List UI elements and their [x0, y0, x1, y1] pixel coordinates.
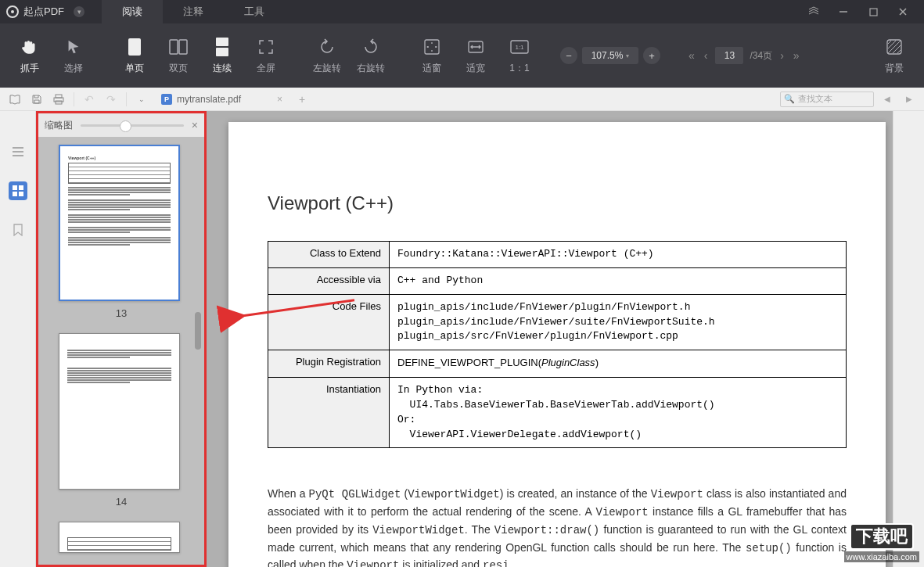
rotate-left-icon — [317, 37, 337, 57]
thumbnail-number: 13 — [59, 307, 184, 319]
rotate-right-button[interactable]: 右旋转 — [351, 28, 391, 83]
new-tab-icon[interactable]: + — [293, 91, 311, 108]
thumbnail-scrollbar[interactable] — [195, 140, 201, 560]
svg-rect-1 — [870, 9, 877, 16]
tab-read[interactable]: 阅读 — [102, 0, 163, 23]
file-tab[interactable]: P mytranslate.pdf × — [155, 94, 289, 105]
dropdown-icon[interactable]: ⌄ — [133, 91, 150, 108]
zoom-control: − 107.5%▾ + — [560, 47, 660, 64]
next-page-button[interactable]: › — [778, 49, 786, 62]
prev-page-button[interactable]: ‹ — [703, 49, 710, 62]
tab-annotate[interactable]: 注释 — [163, 0, 224, 23]
svg-rect-18 — [13, 185, 17, 190]
svg-rect-4 — [179, 40, 187, 54]
main-tabs: 阅读 注释 工具 — [102, 0, 285, 23]
select-tool-button[interactable]: 选择 — [53, 28, 94, 83]
window-settings-icon[interactable] — [799, 0, 829, 23]
code-files-cell: plugin_apis/include/FnViewer/plugin/FnVi… — [390, 294, 847, 350]
fit-window-button[interactable]: 适窗 — [412, 28, 452, 83]
double-page-icon — [168, 37, 189, 57]
search-input[interactable]: 🔍 查找文本 — [780, 92, 874, 107]
redo-icon[interactable]: ↷ — [102, 91, 120, 108]
thumbnail-page[interactable]: Viewport (C++) — [59, 145, 180, 301]
fit-window-icon — [422, 37, 442, 57]
content-area: 缩略图 × Viewport (C++) 13 14 — [0, 111, 924, 567]
continuous-icon — [212, 37, 232, 57]
undo-icon[interactable]: ↶ — [81, 91, 98, 108]
thumbnail-title: 缩略图 — [45, 119, 73, 132]
watermark-url: www.xiazaiba.com — [844, 551, 919, 562]
zoom-in-button[interactable]: + — [643, 47, 660, 64]
print-icon[interactable] — [50, 91, 67, 108]
thumbnail-close-icon[interactable]: × — [192, 119, 198, 131]
app-logo: 起点PDF ▾ — [6, 5, 84, 19]
fit-width-button[interactable]: 适宽 — [455, 28, 496, 83]
save-icon[interactable] — [28, 91, 45, 108]
window-minimize-button[interactable] — [829, 0, 858, 23]
plugin-reg-cell: DEFINE_VIEWPORT_PLUGIN(PluginClass) — [390, 350, 847, 378]
thumbnails-icon[interactable] — [9, 181, 27, 200]
svg-rect-2 — [128, 38, 141, 56]
single-page-button[interactable]: 单页 — [114, 28, 155, 83]
table-row: Code Files plugin_apis/include/FnViewer/… — [268, 294, 847, 350]
left-rail — [0, 111, 36, 567]
rotate-left-button[interactable]: 左旋转 — [307, 28, 347, 83]
fullscreen-icon — [256, 37, 276, 57]
app-menu-chevron-icon[interactable]: ▾ — [74, 6, 84, 17]
thumbnail-page[interactable] — [59, 522, 180, 553]
background-icon — [884, 37, 904, 57]
continuous-button[interactable]: 连续 — [202, 28, 243, 83]
svg-rect-20 — [13, 192, 17, 196]
toolbar: 抓手 选择 单页 双页 连续 全屏 左旋转 右旋转 适窗 适宽 1:1 1：1 — [0, 23, 924, 88]
book-icon[interactable] — [6, 91, 23, 108]
svg-rect-6 — [216, 48, 228, 56]
table-row: Accessible via C++ and Python — [268, 267, 847, 294]
page-total-label: /34页 — [750, 49, 772, 63]
right-rail — [893, 111, 924, 567]
tab-tools[interactable]: 工具 — [224, 0, 285, 23]
watermark: 下载吧 www.xiazaiba.com — [844, 523, 919, 562]
rotate-right-icon — [361, 37, 381, 57]
double-page-button[interactable]: 双页 — [158, 28, 199, 83]
svg-rect-3 — [170, 40, 178, 54]
last-page-button[interactable]: » — [792, 49, 801, 62]
window-close-button[interactable] — [888, 0, 918, 23]
bookmark-icon[interactable] — [9, 221, 27, 239]
thumbnail-list[interactable]: Viewport (C++) 13 14 — [38, 137, 204, 565]
search-next-icon[interactable]: ▶ — [901, 91, 918, 108]
page-number-input[interactable] — [715, 47, 743, 64]
search-prev-icon[interactable]: ◀ — [879, 91, 896, 108]
page-navigation: « ‹ /34页 › » — [687, 47, 801, 64]
document-viewport[interactable]: Viewport (C++) Class to Extend Foundry::… — [207, 111, 893, 567]
info-table: Class to Extend Foundry::Katana::ViewerA… — [268, 241, 847, 448]
thumbnail-page[interactable] — [59, 333, 180, 490]
hand-icon — [20, 37, 40, 57]
hand-tool-button[interactable]: 抓手 — [9, 28, 50, 83]
watermark-logo: 下载吧 — [850, 523, 914, 550]
svg-rect-5 — [216, 38, 228, 46]
one-to-one-icon: 1:1 — [509, 37, 530, 57]
svg-rect-21 — [19, 192, 23, 196]
svg-rect-19 — [19, 185, 23, 190]
cursor-icon — [63, 37, 84, 57]
table-row: Class to Extend Foundry::Katana::ViewerA… — [268, 242, 847, 268]
fullscreen-button[interactable]: 全屏 — [246, 28, 286, 83]
first-page-button[interactable]: « — [687, 49, 696, 62]
thumbnail-size-slider[interactable] — [81, 124, 184, 127]
file-name: mytranslate.pdf — [177, 94, 241, 105]
table-row: Instantiation In Python via: UI4.Tabs.Ba… — [268, 378, 847, 448]
body-paragraph: When a PyQt QGLWidget (ViewportWidget) i… — [268, 486, 847, 567]
zoom-value[interactable]: 107.5%▾ — [582, 47, 638, 64]
table-row: Plugin Registration DEFINE_VIEWPORT_PLUG… — [268, 350, 847, 378]
secondary-bar: ↶ ↷ ⌄ P mytranslate.pdf × + 🔍 查找文本 ◀ ▶ — [0, 88, 924, 111]
svg-text:1:1: 1:1 — [515, 44, 524, 51]
zoom-out-button[interactable]: − — [560, 47, 577, 64]
background-button[interactable]: 背景 — [874, 28, 915, 83]
outline-icon[interactable] — [9, 142, 27, 161]
window-maximize-button[interactable] — [858, 0, 888, 23]
close-file-icon[interactable]: × — [277, 94, 282, 105]
search-icon: 🔍 — [784, 94, 795, 104]
one-to-one-button[interactable]: 1:1 1：1 — [499, 28, 540, 83]
pdf-file-icon: P — [161, 94, 172, 105]
page-title: Viewport (C++) — [268, 192, 847, 214]
